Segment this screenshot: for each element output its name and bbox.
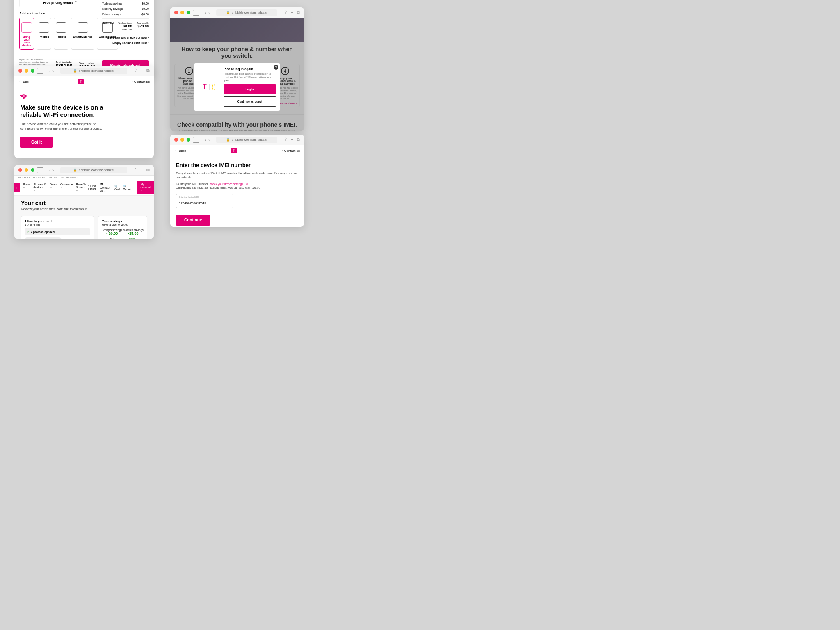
search-link[interactable]: 🔍 Search <box>123 185 132 191</box>
sprint-icon: ⟩⟩ <box>212 84 216 90</box>
tmobile-logo-icon: T <box>202 84 208 90</box>
tmobile-logo[interactable]: T <box>78 79 84 84</box>
check-settings-link[interactable]: check your device settings. <box>210 183 244 185</box>
wifi-heading: Make sure the device is on areliable Wi-… <box>20 104 148 119</box>
promo-applied: ✓2 promos applied <box>25 228 90 235</box>
info-icon[interactable]: ⓘ <box>245 183 248 185</box>
nav-coverage[interactable]: Coverage ⌄ <box>60 183 73 192</box>
login-modal: T | ⟩⟩ ✕ Please log in again. Hi [name],… <box>194 63 280 111</box>
tabs-icon[interactable]: ⧉ <box>146 68 150 73</box>
fwd-arrow[interactable]: › <box>52 68 54 73</box>
imei-heading: Enter the device IMEI number. <box>176 162 298 168</box>
wifi-window: ‹› 🔒dribbble.com/sashalazar ⇪+⧉ ← Back T… <box>14 66 154 158</box>
nav-benefits[interactable]: Benefits & more ⌄ <box>76 183 87 192</box>
contact-link[interactable]: ▪ Contact us <box>282 149 300 153</box>
cart-link[interactable]: 🛒 Cart <box>114 185 120 191</box>
savings-title: Your savings <box>102 219 122 223</box>
empty-cart-link[interactable]: Empty cart and start over › <box>102 41 149 44</box>
got-it-button[interactable]: Got it <box>20 137 53 148</box>
hide-pricing-toggle[interactable]: Hide pricing details ⌃ <box>23 0 98 7</box>
imei-input[interactable] <box>179 201 231 205</box>
back-arrow[interactable]: ‹ <box>49 68 51 73</box>
tile-tablets[interactable]: Tablets <box>54 18 68 50</box>
login-button[interactable]: Log in <box>224 84 276 94</box>
cart-title: Your cart <box>21 200 147 206</box>
imei-find: To find your IMEI number, check your dev… <box>176 182 298 186</box>
nav-plans[interactable]: Plans ⌄ <box>23 183 30 192</box>
imei-entry-window: ‹› 🔒dribbble.com/sashalazar ⇪+⧉ ← Back T… <box>170 135 304 227</box>
titlebar: ‹› 🔒dribbble.com/sashalazar ⇪+⧉ <box>14 66 154 76</box>
modal-body: Hi [name], it's been a while! Please log… <box>224 73 276 82</box>
modal-title: Please log in again. <box>224 67 276 71</box>
nav-phones[interactable]: Phones & devices ⌄ <box>33 183 46 192</box>
plus-icon[interactable]: + <box>141 68 143 73</box>
imei-desc: Every device has a unique 15-digit IMEI … <box>176 171 298 180</box>
contact-link[interactable]: ▪ Contact us <box>132 80 150 84</box>
imei-dial: On iPhones and most Samsung phones, you … <box>176 186 298 190</box>
tmobile-logo[interactable]: T <box>14 183 20 192</box>
account-button[interactable]: My account ⌄ <box>137 181 154 194</box>
imei-field[interactable]: Enter the device IMEI <box>176 194 233 208</box>
cart-line-card: 1 line in your cart 1 phone line ✓2 prom… <box>21 216 94 239</box>
continue-button[interactable]: Continue <box>176 215 210 226</box>
mini-tabs: WIRELESSBUSINESSPREPAIDTVBANKING <box>14 176 154 180</box>
login-modal-window: ‹› 🔒dribbble.com/sashalazar ⇪+⧉ How to k… <box>170 7 304 131</box>
promo-code-link[interactable]: Have a promo code? <box>102 223 144 226</box>
back-link[interactable]: ← Back <box>18 80 30 84</box>
price-summary: Total savings- $5.00 Today's savings-$0.… <box>102 0 149 44</box>
save-cart-link[interactable]: Save cart and check out later › <box>102 36 149 39</box>
tile-watches[interactable]: Smartwatches <box>71 18 94 50</box>
find-store-link[interactable]: ⌂ Find a store <box>88 185 97 190</box>
tile-phones[interactable]: Phones <box>37 18 51 50</box>
tile-byod[interactable]: Bring your own device <box>19 18 34 50</box>
sidebar-icon[interactable] <box>37 68 43 74</box>
wifi-body: The device with the eSIM you are activat… <box>20 122 102 131</box>
share-icon[interactable]: ⇪ <box>134 68 137 73</box>
back-link[interactable]: ← Back <box>174 149 186 153</box>
byod-badge: Bringing your own device <box>25 237 62 239</box>
guest-button[interactable]: Continue as guest <box>224 96 276 107</box>
wifi-icon <box>20 93 27 99</box>
close-icon[interactable]: ✕ <box>274 65 278 70</box>
cart-subtitle: Review your order, then continue to chec… <box>21 207 147 211</box>
nav-deals[interactable]: Deals ⌄ <box>50 183 57 192</box>
cart-page-window: ‹› 🔒dribbble.com/sashalazar ⇪+⧉ WIRELESS… <box>14 165 154 239</box>
tmobile-logo[interactable]: T <box>231 148 237 153</box>
contact-link[interactable]: ☎ Contact us ⌄ <box>100 183 111 192</box>
url-bar[interactable]: 🔒dribbble.com/sashalazar <box>60 68 127 74</box>
